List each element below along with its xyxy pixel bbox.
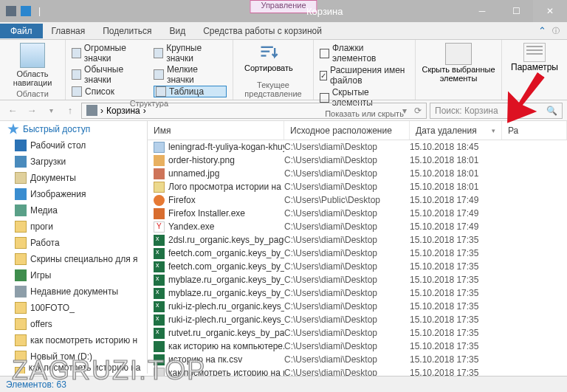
hide-selected-button[interactable]: Скрыть выбранные элементы [422, 43, 495, 83]
addr-dropdown-icon[interactable]: ▾ [402, 106, 407, 116]
close-button[interactable]: ✕ [533, 0, 567, 22]
qa-icon[interactable] [21, 6, 31, 16]
col-origin[interactable]: Исходное расположение [284, 121, 410, 140]
sidebar-item[interactable]: Изображения [0, 186, 147, 202]
file-row[interactable]: как историю на компьютере.csvC:\Users\di… [148, 340, 567, 353]
file-row[interactable]: Firefox Installer.exeC:\Users\diami\Desk… [148, 207, 567, 220]
file-deleted: 15.10.2018 17:35 [410, 301, 502, 312]
file-row[interactable]: feetch.com_organic.keys_by_page_...C:\Us… [148, 247, 567, 260]
sidebar-item-label: Скрины специально для я [30, 254, 138, 264]
nav-pane-button[interactable]: Область навигации [6, 43, 59, 87]
tab-view[interactable]: Вид [160, 24, 194, 38]
address-input[interactable]: › Корзина › ▾ ⟳ [81, 103, 427, 119]
sidebar-item[interactable]: 100FOTO_ [0, 300, 147, 316]
layout-small[interactable]: Мелкие значки [154, 64, 227, 85]
col-deleted[interactable]: Дата удаления▾ [410, 121, 502, 140]
sidebar-quick-access[interactable]: Быстрый доступ [0, 121, 147, 137]
file-origin: C:\Users\diami\Desktop [284, 288, 410, 298]
sidebar-item[interactable]: как посмотреть историю н [0, 332, 147, 348]
sidebar-item[interactable]: offers [0, 316, 147, 332]
file-name: ruki-iz-plech.ru_organic.keys_by_p... [168, 301, 284, 312]
file-row[interactable]: myblaze.ru_organic.keys_by_page_...C:\Us… [148, 286, 567, 300]
folder-icon [15, 302, 27, 314]
file-name: историю на пк.csv [168, 354, 242, 365]
file-icon [154, 182, 165, 193]
sidebar-item[interactable]: проги [0, 219, 147, 235]
layout-options: Огромные значки Крупные значки Обычные з… [72, 43, 227, 97]
file-icon [154, 301, 165, 312]
sidebar-item[interactable]: Скрины специально для я [0, 251, 147, 267]
file-row[interactable]: ruki-iz-plech.ru_organic.keys_by_p...C:\… [148, 313, 567, 326]
file-deleted: 15.10.2018 17:35 [410, 248, 502, 258]
search-input[interactable]: Поиск: Корзина 🔍 [430, 103, 563, 119]
params-button[interactable]: Параметры [508, 43, 561, 72]
file-name: Yandex.exe [168, 221, 215, 232]
file-row[interactable]: Лого просмотра истории на ком...C:\Users… [148, 180, 567, 193]
folder-icon [15, 204, 27, 216]
chevron-down-icon: ▾ [492, 127, 495, 134]
collapse-ribbon-icon[interactable]: ⌃ [538, 25, 546, 36]
minimize-button[interactable]: ─ [465, 0, 499, 22]
group-label-blank2 [508, 89, 561, 98]
tab-file[interactable]: Файл [0, 24, 43, 38]
file-row[interactable]: myblaze.ru_organic.keys_by_page_...C:\Us… [148, 273, 567, 286]
layout-list[interactable]: Список [72, 86, 148, 97]
tab-main[interactable]: Главная [43, 24, 94, 38]
sidebar-item-label: 100FOTO_ [30, 303, 75, 313]
file-row[interactable]: unnamed.jpgC:\Users\diami\Desktop15.10.2… [148, 167, 567, 180]
refresh-icon[interactable]: ⟳ [414, 106, 422, 116]
sidebar-item[interactable]: Недавние документы [0, 283, 147, 300]
file-icon [154, 168, 165, 179]
sidebar-item[interactable]: Медиа [0, 202, 147, 219]
file-row[interactable]: rutvet.ru_organic.keys_by_page_16...C:\U… [148, 326, 567, 340]
sidebar-item[interactable]: как посмотреть историю на ком... [0, 365, 147, 374]
layout-huge[interactable]: Огромные значки [72, 43, 148, 63]
sidebar-item-label: Игры [30, 270, 51, 281]
file-origin: C:\Users\diami\Desktop [284, 314, 410, 325]
check-flags[interactable]: Флажки элементов [320, 43, 409, 63]
layout-large[interactable]: Крупные значки [154, 43, 227, 63]
file-deleted: 15.10.2018 17:49 [410, 208, 502, 219]
help-icon[interactable]: ⓘ [552, 26, 560, 36]
file-row[interactable]: ruki-iz-plech.ru_organic.keys_by_p...C:\… [148, 300, 567, 313]
file-origin: C:\Users\diami\Desktop [284, 221, 410, 232]
sidebar[interactable]: Быстрый доступ Рабочий столЗагрузкиДокум… [0, 121, 148, 374]
sidebar-item-label: Новый том (D:) [30, 351, 92, 362]
breadcrumb-sep: › [100, 106, 103, 116]
svg-rect-1 [261, 51, 269, 52]
sidebar-item[interactable]: Игры [0, 267, 147, 283]
sort-button[interactable]: Сортировать [239, 43, 298, 72]
sort-icon [258, 43, 279, 63]
file-origin: C:\Users\diami\Desktop [284, 354, 410, 365]
nav-up-button[interactable]: ↑ [62, 103, 78, 119]
file-row[interactable]: историю на пк.csvC:\Users\diami\Desktop1… [148, 353, 567, 366]
nav-back-button[interactable]: ← [4, 103, 21, 119]
maximize-button[interactable]: ☐ [499, 0, 533, 22]
nav-forward-button[interactable]: → [24, 103, 40, 119]
file-row[interactable]: order-history.pngC:\Users\diami\Desktop1… [148, 154, 567, 167]
file-row[interactable]: leningrad-ft-yuliya-kogan-khuy-m...C:\Us… [148, 140, 567, 154]
sidebar-item[interactable]: Работа [0, 235, 147, 251]
col-name[interactable]: Имя [148, 121, 284, 140]
params-icon [523, 43, 546, 62]
sidebar-item[interactable]: Документы [0, 170, 147, 186]
sidebar-item[interactable]: Загрузки [0, 154, 147, 170]
file-row[interactable]: Yandex.exeC:\Users\diami\Desktop15.10.20… [148, 220, 567, 233]
check-extensions[interactable]: ✓Расширения имен файлов [320, 65, 409, 86]
titlebar: | Управление Корзина ─ ☐ ✕ [0, 0, 567, 22]
layout-normal[interactable]: Обычные значки [72, 64, 148, 85]
nav-history-button[interactable]: ▾ [43, 103, 59, 119]
sidebar-item-label: offers [30, 319, 52, 329]
tab-share[interactable]: Поделиться [94, 24, 160, 38]
col-size[interactable]: Ра [502, 121, 567, 140]
tab-recycle-tools[interactable]: Средства работы с корзиной [194, 24, 331, 38]
file-row[interactable]: 2dsl.ru_organic.keys_by_page_1490...C:\U… [148, 233, 567, 247]
layout-table[interactable]: Таблица [154, 86, 227, 97]
file-deleted: 15.10.2018 17:49 [410, 195, 502, 205]
file-row[interactable]: FirefoxC:\Users\Public\Desktop15.10.2018… [148, 193, 567, 207]
breadcrumb-root[interactable]: Корзина [106, 106, 140, 116]
file-row[interactable]: feetch.com_organic.keys_by_page_...C:\Us… [148, 260, 567, 273]
file-origin: C:\Users\diami\Desktop [284, 341, 410, 351]
file-deleted: 15.10.2018 17:35 [410, 275, 502, 285]
sidebar-item[interactable]: Рабочий стол [0, 137, 147, 154]
